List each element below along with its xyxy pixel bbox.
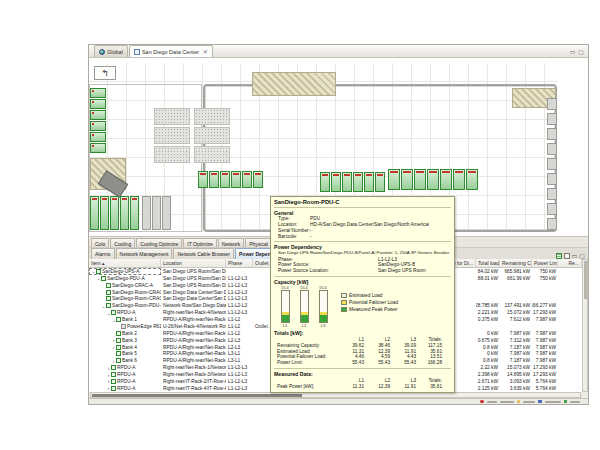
rack-unit[interactable] bbox=[242, 171, 252, 188]
view-tab-network-cable-browser[interactable]: Network Cable Browser bbox=[173, 248, 234, 259]
ups-unit[interactable] bbox=[90, 88, 106, 98]
measured-value: 35.61 bbox=[416, 384, 442, 389]
tree-item-cell[interactable]: ›Bank 6 bbox=[89, 357, 161, 364]
power-dependency-power-source-label: Power Source: bbox=[274, 262, 378, 267]
rack-unit[interactable] bbox=[388, 169, 400, 190]
tree-item-cell[interactable]: SanDiego-CRAC-A bbox=[89, 282, 161, 289]
rack-unit[interactable] bbox=[320, 172, 330, 192]
rack-unit[interactable] bbox=[130, 196, 139, 230]
navigate-up-button[interactable]: ↰ bbox=[94, 66, 116, 80]
tree-item-cell[interactable]: ⌄SanDiego-Room-PDU-A bbox=[89, 302, 161, 309]
rack-unit[interactable] bbox=[453, 169, 465, 190]
tree-item-cell[interactable]: SanDiego-Room-CRAC-B bbox=[89, 296, 161, 303]
tree-item-cell[interactable]: ⌄SanDiego-UPS-A bbox=[89, 268, 161, 275]
wall-equipment[interactable] bbox=[547, 143, 557, 155]
divider bbox=[274, 276, 451, 277]
horizontal-scrollbar-thumb[interactable] bbox=[92, 394, 302, 397]
tab-global[interactable]: Global bbox=[94, 45, 128, 57]
general-serial-number-label: Serial Number: bbox=[274, 228, 310, 233]
wall-equipment[interactable] bbox=[547, 98, 557, 110]
view-tab-alarms[interactable]: Alarms bbox=[91, 248, 115, 259]
section-capacity-title: Capacity [kW] bbox=[274, 279, 451, 285]
measured-value: 11.91 bbox=[390, 384, 416, 389]
rack-unit[interactable] bbox=[253, 171, 263, 188]
ups-unit[interactable] bbox=[90, 110, 106, 120]
status-text bbox=[500, 401, 514, 403]
ups-unit[interactable] bbox=[90, 132, 106, 142]
tree-item-cell[interactable]: PowerEdge R610 bbox=[89, 323, 161, 330]
item-label: RPDU-A bbox=[117, 372, 135, 377]
rack-unit[interactable] bbox=[342, 172, 352, 192]
cooling-unit[interactable] bbox=[142, 196, 151, 230]
column-header-re-[interactable]: Re... bbox=[558, 259, 582, 267]
legend-item: Potential Failover Load bbox=[341, 299, 398, 306]
rack-unit[interactable] bbox=[209, 171, 219, 188]
rack-unit[interactable] bbox=[100, 196, 109, 230]
wall-equipment[interactable] bbox=[547, 158, 557, 170]
tree-item-cell[interactable]: ›RPDU-A bbox=[89, 378, 161, 385]
remaining-capacity-cell: 7.312 kW bbox=[500, 337, 532, 344]
tree-item-cell[interactable]: SanDiego-Room-CRAC-A bbox=[89, 289, 161, 296]
power-limit-cell: 7.987 kW bbox=[532, 344, 558, 351]
rack-unit[interactable] bbox=[90, 196, 99, 230]
tree-item-cell[interactable]: ›RPDU-A bbox=[89, 371, 161, 378]
power-dependency-phase-label: Phase: bbox=[274, 257, 378, 262]
totals-value: 13.51 bbox=[416, 354, 442, 359]
column-header-phase[interactable]: Phase bbox=[226, 259, 253, 267]
column-header-item[interactable]: Item ▴ bbox=[89, 259, 161, 267]
tree-item-cell[interactable]: ⌄SanDiego-PDU-A bbox=[89, 275, 161, 282]
maximize-icon[interactable]: ▢ bbox=[578, 48, 584, 55]
rack-unit[interactable] bbox=[353, 172, 363, 192]
wall-equipment[interactable] bbox=[547, 128, 557, 140]
extra-cell bbox=[558, 330, 582, 337]
tree-item-cell[interactable]: Bank 5 bbox=[89, 351, 161, 358]
measured-peak-fill bbox=[320, 315, 327, 322]
wall-equipment[interactable] bbox=[547, 203, 557, 215]
rack-unit[interactable] bbox=[466, 169, 478, 190]
rack-unit[interactable] bbox=[331, 172, 341, 192]
tree-item-cell[interactable]: ⌄RPDU-A bbox=[89, 309, 161, 316]
vertical-scrollbar[interactable] bbox=[582, 259, 588, 392]
close-icon[interactable]: ✕ bbox=[203, 48, 208, 55]
tree-item-cell[interactable]: ›RPDU-A bbox=[89, 364, 161, 371]
column-header-power-limit[interactable]: Power Limit bbox=[532, 259, 558, 267]
tab-san-diego-data-center[interactable]: San Diego Data Center ✕ bbox=[129, 45, 213, 57]
rack-unit[interactable] bbox=[231, 171, 241, 188]
rack-unit[interactable] bbox=[198, 171, 208, 188]
tree-item-cell[interactable]: ›Bank 4 bbox=[89, 344, 161, 351]
rack-unit[interactable] bbox=[220, 171, 230, 188]
wall-equipment[interactable] bbox=[547, 218, 557, 230]
legend-item: Measured Peak Power bbox=[341, 306, 398, 313]
wall-equipment[interactable] bbox=[547, 188, 557, 200]
rack-unit[interactable] bbox=[110, 196, 119, 230]
section-measured-title: Measured Data: bbox=[274, 371, 451, 377]
ups-unit[interactable] bbox=[90, 99, 106, 109]
rack-unit[interactable] bbox=[364, 172, 374, 192]
rack-unit[interactable] bbox=[120, 196, 129, 230]
column-header-remaining-ca-[interactable]: Remaining Ca... bbox=[500, 259, 532, 267]
ups-unit[interactable] bbox=[90, 121, 106, 131]
tree-item-cell[interactable]: ›Bank 3 bbox=[89, 337, 161, 344]
column-header-location[interactable]: Location bbox=[161, 259, 226, 267]
tree-item-cell[interactable]: ⌄Bank 1 bbox=[89, 316, 161, 323]
cooling-unit[interactable] bbox=[152, 196, 161, 230]
location-cell: RPDU-A/Right-rear/Net-Rack-4/N... bbox=[161, 316, 226, 323]
vertical-scrollbar-thumb[interactable] bbox=[584, 261, 587, 299]
ups-unit[interactable] bbox=[90, 143, 106, 153]
totals-row-label: Estimated Load: bbox=[274, 349, 338, 354]
power-limit-cell: 7.987 kW bbox=[532, 337, 558, 344]
cooling-unit[interactable] bbox=[162, 196, 171, 230]
measured-value: 12.39 bbox=[364, 384, 390, 389]
view-tab-network-management[interactable]: Network Management bbox=[116, 248, 173, 259]
rack-unit[interactable] bbox=[414, 169, 426, 190]
tree-item-cell[interactable]: ›RPDU-A bbox=[89, 385, 161, 392]
rack-unit[interactable] bbox=[427, 169, 439, 190]
minimize-icon[interactable]: ▭ bbox=[570, 48, 576, 55]
column-header-total-load[interactable]: Total load bbox=[476, 259, 500, 267]
wall-equipment[interactable] bbox=[547, 173, 557, 185]
rack-unit[interactable] bbox=[401, 169, 413, 190]
rack-unit[interactable] bbox=[375, 172, 385, 192]
rack-unit[interactable] bbox=[440, 169, 452, 190]
wall-equipment[interactable] bbox=[547, 113, 557, 125]
tree-item-cell[interactable]: Bank 2 bbox=[89, 330, 161, 337]
